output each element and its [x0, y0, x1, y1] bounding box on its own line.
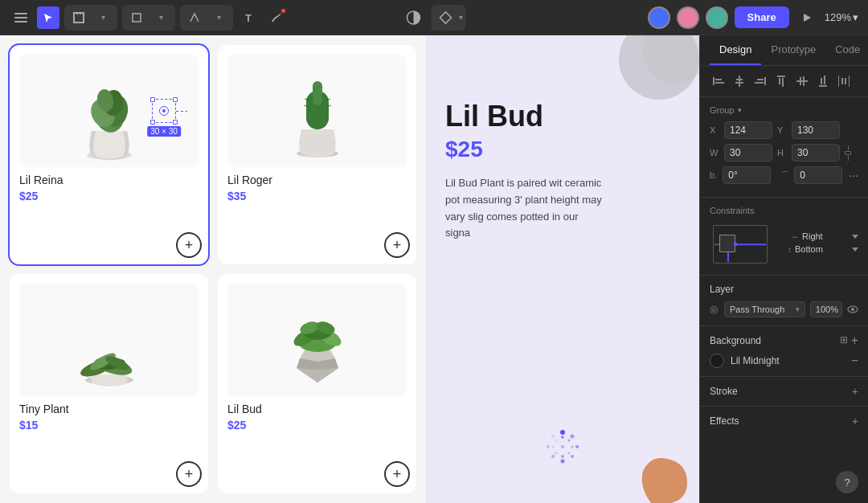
play-button[interactable] [796, 6, 818, 29]
product-card-lil-bud[interactable]: + Lil Bud $25 [218, 274, 416, 493]
align-left-icon[interactable] [710, 72, 727, 90]
stroke-header: Stroke + [710, 385, 858, 398]
h-label: H [777, 148, 787, 157]
constraint-dropdowns: ↔ Right Left Center Left & Right Scale ↕… [777, 231, 858, 257]
opacity-input[interactable] [810, 301, 842, 317]
constraint-v-row: ↕ Bottom Top Center Top & Bottom Scale [777, 244, 858, 254]
svg-point-45 [571, 435, 575, 439]
lil-roger-plant [277, 59, 358, 163]
stroke-title: Stroke [710, 386, 738, 397]
y-input[interactable] [792, 121, 840, 139]
effects-title: Effects [710, 415, 739, 427]
add-effect-button[interactable]: + [852, 415, 858, 427]
visibility-toggle[interactable] [847, 303, 858, 316]
shape-chevron[interactable]: ▾ [149, 6, 172, 29]
toolbar-center: ▾ [403, 5, 466, 31]
frame-tool[interactable] [68, 6, 90, 29]
product-card-tiny-plant[interactable]: + Tiny Plant $15 [10, 274, 208, 493]
add-bg-button[interactable]: + [851, 334, 858, 347]
product-card-lil-reina[interactable]: 30 × 30 + Lil Reina $25 [10, 45, 208, 264]
constraint-h-row: ↔ Right Left Center Left & Right Scale [777, 231, 858, 241]
menu-icon[interactable] [10, 6, 32, 29]
svg-rect-22 [313, 81, 322, 105]
loading-dots-svg [542, 426, 583, 468]
color-swatch[interactable] [710, 354, 724, 368]
tab-prototype[interactable]: Prototype [761, 35, 825, 65]
svg-rect-6 [133, 14, 141, 22]
group-section: Group ▾ X Y W H b. [700, 97, 868, 198]
add-button-tiny[interactable]: + [176, 461, 202, 487]
svg-rect-64 [739, 76, 740, 87]
align-center-h-icon[interactable] [731, 72, 748, 90]
vector-tool[interactable] [183, 6, 206, 29]
preview-panel: Lil Bud $25 Lil Bud Plant is paired wit … [426, 35, 699, 503]
handle-bl[interactable] [150, 120, 155, 125]
panel-tabs: Design Prototype Code [700, 35, 868, 66]
svg-point-57 [555, 452, 558, 455]
blend-mode-icon: ◎ [710, 304, 718, 315]
align-middle-icon[interactable] [793, 72, 811, 90]
canvas[interactable]: 30 × 30 + Lil Reina $25 [0, 35, 699, 503]
preview-description: Lil Bud Plant is paired wit ceramic pot … [445, 175, 606, 242]
align-top-icon[interactable] [772, 72, 790, 90]
background-section: Background ⊞ + Lil Midnight − [700, 326, 868, 377]
constraint-h-icon: ↔ [791, 232, 799, 241]
constraints-content: ↔ Right Left Center Left & Right Scale ↕… [710, 222, 858, 267]
tab-code[interactable]: Code [825, 35, 868, 65]
share-button[interactable]: Share [735, 6, 789, 28]
tab-design[interactable]: Design [710, 35, 761, 65]
background-controls: ⊞ + [840, 334, 858, 347]
loading-indicator [542, 426, 583, 471]
align-bottom-icon[interactable] [814, 72, 832, 90]
align-right-icon[interactable] [751, 72, 769, 90]
add-button-reina[interactable]: + [176, 232, 202, 258]
move-tool[interactable] [37, 6, 59, 29]
tiny-plant-svg [69, 288, 149, 392]
pen-tool[interactable] [265, 6, 288, 29]
distribute-icon[interactable] [835, 72, 853, 90]
svg-point-54 [571, 446, 574, 448]
vector-chevron[interactable]: ▾ [207, 6, 230, 29]
constraint-h-select[interactable]: Right Left Center Left & Right Scale [802, 231, 858, 241]
component-tool[interactable] [435, 6, 457, 29]
theme-toggle[interactable] [403, 6, 425, 29]
center-handle[interactable] [159, 106, 169, 116]
svg-rect-66 [735, 82, 743, 84]
shape-tool[interactable] [125, 6, 148, 29]
svg-rect-62 [715, 79, 722, 80]
selection-box: 30 × 30 [152, 99, 176, 123]
group-chevron[interactable]: ▾ [738, 106, 742, 114]
constraint-v-select[interactable]: Bottom Top Center Top & Bottom Scale [795, 244, 858, 254]
w-input[interactable] [724, 144, 772, 162]
h-input[interactable] [792, 144, 840, 162]
constraint-bottom-line [727, 252, 729, 262]
svg-rect-65 [736, 79, 743, 80]
corner-input[interactable] [794, 166, 842, 184]
handle-tr[interactable] [173, 97, 178, 102]
text-tool[interactable]: T [238, 6, 260, 29]
product-price-roger: $35 [227, 190, 407, 202]
product-card-lil-roger[interactable]: + Lil Roger $35 [218, 45, 416, 264]
x-input[interactable] [724, 121, 772, 139]
handle-tl[interactable] [150, 97, 155, 102]
svg-point-51 [551, 435, 555, 438]
zoom-control[interactable]: 129% ▾ [825, 11, 858, 23]
dashed-line-h [176, 111, 187, 112]
rotate-input[interactable] [723, 166, 771, 184]
add-stroke-button[interactable]: + [852, 385, 858, 398]
frame-chevron[interactable]: ▾ [92, 6, 114, 29]
handle-br[interactable] [173, 120, 178, 125]
color-name[interactable]: Lil Midnight [731, 355, 845, 366]
lock-ratio-btn[interactable] [845, 145, 851, 161]
add-button-bud[interactable]: + [384, 461, 410, 487]
component-chevron[interactable]: ▾ [459, 13, 463, 22]
color-row: Lil Midnight − [710, 354, 858, 368]
grid-icon[interactable]: ⊞ [840, 334, 848, 347]
blend-mode-button[interactable]: Pass Through ▾ [724, 301, 805, 317]
zoom-value: 129% [825, 11, 851, 23]
svg-rect-73 [796, 80, 808, 82]
help-button[interactable]: ? [836, 471, 858, 493]
remove-color-button[interactable]: − [851, 354, 858, 368]
add-button-roger[interactable]: + [384, 232, 410, 258]
more-options-btn[interactable]: ··· [849, 169, 858, 182]
